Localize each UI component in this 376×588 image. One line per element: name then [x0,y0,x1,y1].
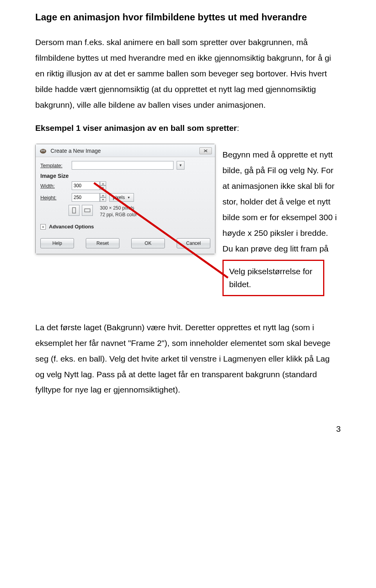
example-subhead: Eksempel 1 viser animasjon av en ball so… [35,123,341,133]
orientation-portrait-icon[interactable] [69,205,80,216]
width-spin-down-icon[interactable]: ▼ [100,186,106,190]
close-icon[interactable] [199,147,212,154]
advanced-options-label: Advanced Options [49,224,94,230]
width-spin-up-icon[interactable]: ▲ [100,181,106,186]
svg-point-2 [42,150,42,151]
paragraph-2: La det første laget (Bakgrunn) være hvit… [35,320,341,398]
ok-button[interactable]: OK [131,238,165,248]
template-input[interactable] [72,161,174,170]
height-input[interactable] [72,193,100,202]
units-label: pixels [113,195,125,200]
image-size-heading: Image Size [40,173,210,179]
example-subhead-bold: Eksempel 1 viser animasjon av en ball so… [35,123,237,132]
svg-rect-5 [72,208,76,213]
dialog-titlebar: Create a New Image [36,144,215,157]
dialog-title: Create a New Image [51,148,101,154]
template-label: Template: [40,163,69,168]
instruction-text: Begynn med å opprette et nytt bilde, gå … [222,147,341,256]
cancel-button[interactable]: Cancel [177,238,210,248]
height-spin-down-icon[interactable]: ▼ [100,197,106,202]
help-button[interactable]: Help [40,238,74,248]
page-number: 3 [0,424,376,445]
width-input[interactable] [72,181,100,190]
page-heading: Lage en animasjon hvor filmbildene bytte… [35,12,341,23]
units-dropdown[interactable]: pixels ▼ [109,193,134,202]
orientation-landscape-icon[interactable] [82,205,93,216]
paragraph-1: Dersom man f.eks. skal animere en ball s… [35,34,341,112]
height-spin-up-icon[interactable]: ▲ [100,193,106,197]
width-label: Width: [40,183,69,189]
reset-button[interactable]: Reset [86,238,119,248]
info-line-size: 300 × 250 pixels [100,205,137,212]
gimp-icon [39,147,47,155]
svg-point-0 [40,149,46,154]
expand-icon[interactable]: + [40,224,46,230]
info-line-color: 72 ppi, RGB color [100,212,137,218]
svg-rect-6 [85,209,90,212]
example-subhead-tail: : [237,123,239,132]
chevron-down-icon: ▼ [127,196,130,199]
create-image-dialog: Create a New Image Template: ▼ Image Siz… [35,144,215,254]
callout-box: Velg pikselstørrelse for bildet. [222,260,324,296]
template-dropdown-icon[interactable]: ▼ [177,161,184,170]
height-label: Height: [40,195,69,201]
svg-point-4 [44,150,45,151]
